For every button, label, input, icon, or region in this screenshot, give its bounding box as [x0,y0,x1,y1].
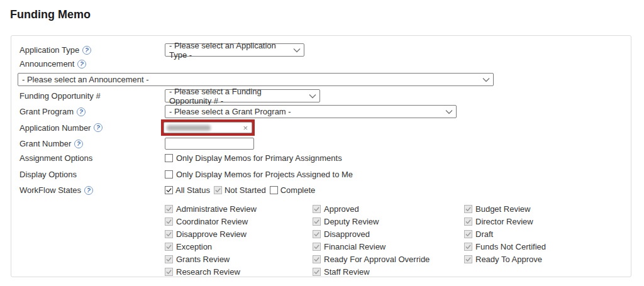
checkbox[interactable] [165,230,173,238]
checkbox[interactable] [165,255,173,263]
workflow-state-label: Ready To Approve [475,255,542,264]
workflow-inline-checkboxes: All Status Not Started Complete [165,185,319,195]
workflow-state-item[interactable]: Research Review [165,267,313,277]
checkbox[interactable] [165,205,173,213]
workflow-state-item[interactable]: Grants Review [165,255,313,264]
application-type-row: Application Type ? - Please select an Ap… [19,43,623,57]
assignment-options-label: Assignment Options [19,153,92,163]
page-title: Funding Memo [10,8,644,21]
workflow-state-label: Coordinator Review [176,217,248,226]
announcement-select-row: - Please select an Announcement - [19,73,623,86]
workflow-state-label: Deputy Review [324,217,379,226]
application-number-row: Application Number ? × [19,119,623,136]
workflow-state-item[interactable]: Draft [464,229,623,239]
checkbox-label: Not Started [225,185,266,195]
workflow-states-label: WorkFlow States [19,185,81,195]
workflow-state-label: Approved [324,204,359,214]
workflow-state-item[interactable]: Staff Review [313,267,464,277]
checkbox[interactable] [165,268,173,276]
checkbox[interactable] [270,186,278,194]
workflow-state-label: Staff Review [324,267,370,277]
funding-memo-filter-panel: Application Type ? - Please select an Ap… [11,35,631,277]
workflow-state-item[interactable]: Director Review [464,217,623,226]
workflow-state-label: Disapproved [324,229,370,239]
primary-assignments-option[interactable]: Only Display Memos for Primary Assignmen… [165,153,342,163]
announcement-label: Announcement [19,59,74,69]
checkbox[interactable] [165,154,173,162]
display-options-label: Display Options [19,170,77,179]
workflow-state-item[interactable]: Disapprove Review [165,229,313,239]
application-number-label: Application Number [19,123,91,133]
checkbox[interactable] [214,186,222,194]
application-type-select[interactable]: - Please select an Application Type - [165,43,304,57]
workflow-state-item[interactable]: Approved [313,204,464,214]
checkbox[interactable] [313,268,321,276]
grant-number-input[interactable] [165,138,254,150]
workflow-state-label: Administrative Review [176,204,257,214]
grant-program-row: Grant Program ? - Please select a Grant … [19,105,623,118]
workflow-state-item[interactable]: Administrative Review [165,204,313,214]
checkbox[interactable] [165,243,173,251]
grant-program-selected-value: - Please select a Grant Program - [169,107,291,116]
workflow-inline-option[interactable]: Not Started [214,185,266,195]
workflow-inline-option[interactable]: All Status [165,185,210,195]
checkbox[interactable] [313,243,321,251]
checkbox-label: All Status [175,185,210,195]
funding-opportunity-select[interactable]: - Please select a Funding Opportunity # … [165,89,320,102]
help-icon[interactable]: ? [84,186,93,195]
grant-program-label: Grant Program [19,107,74,116]
workflow-inline-option[interactable]: Complete [270,185,316,195]
projects-assigned-option[interactable]: Only Display Memos for Projects Assigned… [165,170,353,179]
funding-opportunity-label: Funding Opportunity # [19,91,101,101]
workflow-state-label: Exception [176,242,212,251]
help-icon[interactable]: ? [74,140,83,148]
chevron-down-icon [445,109,453,114]
checkbox[interactable] [313,255,321,263]
checkbox[interactable] [165,186,173,194]
workflow-state-label: Grants Review [176,255,230,264]
checkbox[interactable] [313,217,321,226]
workflow-state-item[interactable]: Budget Review [464,204,623,214]
workflow-state-item[interactable]: Funds Not Certified [464,242,623,251]
checkbox[interactable] [464,205,472,213]
checkbox[interactable] [464,255,472,263]
help-icon[interactable]: ? [77,107,86,116]
grant-program-select[interactable]: - Please select a Grant Program - [165,105,457,118]
workflow-state-label: Financial Review [324,242,386,251]
application-type-selected-value: - Please select an Application Type - [169,41,288,60]
workflow-state-item[interactable]: Deputy Review [313,217,464,226]
checkbox[interactable] [313,205,321,213]
chevron-down-icon [309,94,316,99]
announcement-selected-value: - Please select an Announcement - [22,75,149,84]
workflow-state-item[interactable]: Ready For Approval Override [313,255,464,264]
workflow-state-label: Disapprove Review [176,229,247,239]
checkbox[interactable] [165,217,173,226]
help-icon[interactable]: ? [94,123,103,132]
help-icon[interactable]: ? [82,46,91,55]
grant-number-label: Grant Number [19,139,71,148]
chevron-down-icon [482,77,490,82]
workflow-states-grid: Administrative Review Approved Budget Re… [165,202,623,277]
workflow-state-item[interactable]: Ready To Approve [464,255,623,264]
checkbox[interactable] [464,230,472,238]
workflow-state-label: Budget Review [475,204,530,214]
announcement-label-row: Announcement ? [19,59,623,69]
funding-opportunity-row: Funding Opportunity # - Please select a … [19,89,623,102]
workflow-state-item[interactable]: Financial Review [313,242,464,251]
workflow-state-item[interactable]: Exception [165,242,313,251]
application-number-input[interactable]: × [164,122,252,133]
checkbox[interactable] [464,243,472,251]
workflow-state-label: Director Review [475,217,533,226]
checkbox[interactable] [165,170,173,179]
checkbox[interactable] [313,230,321,238]
announcement-select[interactable]: - Please select an Announcement - [18,73,494,86]
checkbox[interactable] [464,217,472,226]
workflow-state-item[interactable]: Disapproved [313,229,464,239]
workflow-states-row: WorkFlow States ? All Status Not Started… [19,185,623,195]
workflow-state-label: Funds Not Certified [475,242,546,251]
checkbox-label: Complete [280,185,316,195]
help-icon[interactable]: ? [77,60,86,69]
clear-input-icon[interactable]: × [243,123,248,133]
checkbox-label: Only Display Memos for Projects Assigned… [176,170,353,179]
workflow-state-item[interactable]: Coordinator Review [165,217,313,226]
